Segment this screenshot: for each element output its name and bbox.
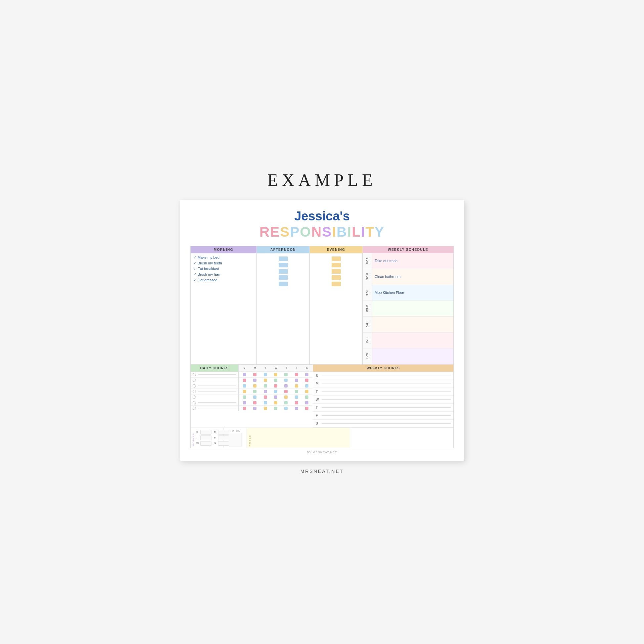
morning-body: ✓ Make my bed ✓ Brush my teeth ✓ Eat bre… [191, 253, 256, 284]
dot-1-3 [264, 373, 267, 376]
afternoon-line-5 [279, 282, 288, 286]
total-box [229, 433, 242, 446]
afternoon-line-4 [279, 275, 288, 280]
responsibility-title: RESPONSIBILITY [190, 224, 454, 240]
morning-item-4: ✓ Brush my hair [192, 272, 255, 277]
pts-label-w: W [196, 442, 199, 445]
afternoon-header: AFTERNOON [257, 246, 309, 253]
chore-dots-1 [239, 372, 313, 377]
day-content-mon: Clean bathroom [372, 269, 453, 285]
chore-line-2 [198, 380, 236, 380]
weekly-chore-day-s: S [316, 374, 320, 378]
chore-row-2-label [191, 377, 239, 383]
weekly-schedule-header: WEEKLY SCHEDULE [363, 246, 453, 253]
chore-dots-7 [239, 405, 313, 411]
dot-4-3 [264, 390, 267, 393]
day-col-m: M [254, 366, 256, 369]
dot-2-2 [253, 379, 256, 382]
dot-4-1 [243, 390, 246, 393]
weekly-day-fri: FRI [363, 333, 453, 348]
pts-label-s: S [196, 431, 199, 434]
evening-line-3 [332, 269, 341, 274]
dot-2-6 [295, 379, 298, 382]
dot-7-5 [284, 407, 288, 410]
day-content-tue: Mop Kitchen Floor [372, 285, 453, 300]
morning-section: MORNING ✓ Make my bed ✓ Brush my teeth ✓… [191, 246, 257, 364]
top-section: MORNING ✓ Make my bed ✓ Brush my teeth ✓… [190, 246, 454, 365]
dot-1-1 [243, 373, 246, 376]
dot-7-6 [295, 407, 298, 410]
bottom-footer: MRSNEAT.NET [300, 469, 344, 474]
day-col-s2: S [306, 366, 308, 369]
chore-circle-4 [193, 390, 196, 393]
day-label-sun: SUN [363, 253, 372, 269]
daily-chores-header: DAILY CHORES [191, 365, 239, 372]
pts-label-f: F [214, 436, 217, 439]
weekly-day-sat: SAT [363, 348, 453, 364]
pts-box-t1 [200, 436, 211, 440]
dot-3-3 [264, 384, 267, 388]
dot-2-5 [284, 379, 288, 382]
day-col-f: F [296, 366, 298, 369]
day-label-fri: FRI [363, 333, 372, 348]
pts-label-s2: S [214, 442, 217, 445]
dot-2-7 [305, 379, 308, 382]
dot-5-2 [253, 395, 256, 399]
morning-item-1: ✓ Make my bed [192, 255, 255, 260]
dot-5-5 [284, 395, 288, 399]
chore-line-7 [198, 408, 236, 408]
weekly-chore-day-m: M [316, 382, 320, 386]
check-icon-4: ✓ [193, 272, 196, 277]
weekly-chore-line-m [322, 384, 451, 384]
dot-3-1 [243, 384, 246, 388]
dot-4-4 [274, 390, 277, 393]
dot-6-2 [253, 401, 256, 404]
weekly-chore-line-f [322, 415, 451, 416]
afternoon-line-1 [279, 256, 288, 261]
dot-5-1 [243, 395, 246, 399]
dot-3-7 [305, 384, 308, 388]
day-label-tue: TUE [363, 285, 372, 300]
chore-circle-5 [193, 395, 196, 399]
main-card: Jessica's RESPONSIBILITY MORNING ✓ Make … [180, 200, 464, 461]
page-title: EXAMPLE [267, 170, 377, 190]
weekly-chore-day-s2: S [316, 422, 320, 425]
day-content-fri [372, 333, 453, 348]
chore-row-7-label [191, 405, 239, 411]
name-title: Jessica's [190, 209, 454, 223]
total-block: TOTAL [224, 428, 247, 448]
weekly-chore-line-t2 [322, 407, 451, 408]
chore-circle-7 [193, 407, 196, 410]
weekly-day-tue: TUE Mop Kitchen Floor [363, 285, 453, 301]
weekly-chores-block: WEEKLY CHORES S M T W [313, 365, 453, 428]
pts-box-s [200, 430, 211, 435]
dot-2-4 [274, 379, 277, 382]
dot-6-4 [274, 401, 277, 404]
dot-1-4 [274, 373, 277, 376]
day-content-sat [372, 348, 453, 364]
weekly-chore-row-m: M [313, 380, 453, 388]
chore-row-3-label [191, 383, 239, 389]
chore-dots-6 [239, 400, 313, 405]
morning-item-5: ✓ Get dressed [192, 277, 255, 283]
afternoon-line-3 [279, 269, 288, 274]
points-label: POINTS [192, 430, 195, 446]
dot-5-3 [264, 395, 267, 399]
dot-7-1 [243, 407, 246, 410]
weekly-schedule-body: SUN Take out trash MON Clean bathroom TU… [363, 253, 453, 364]
afternoon-body [257, 253, 309, 289]
dot-4-7 [305, 390, 308, 393]
morning-item-2: ✓ Brush my teeth [192, 260, 255, 266]
notes-content [253, 429, 348, 446]
day-content-wed [372, 301, 453, 316]
evening-section: EVENING [310, 246, 363, 364]
weekly-chore-day-f: F [316, 414, 320, 417]
chore-circle-3 [193, 384, 196, 388]
chore-dots-2 [239, 377, 313, 383]
weekly-chore-row-w: W [313, 396, 453, 404]
weekly-day-wed: WED [363, 301, 453, 317]
weekly-chore-row-s: S [313, 372, 453, 380]
smtwtfs-header: S M T W T F S [239, 365, 313, 372]
dot-4-2 [253, 390, 256, 393]
dot-1-6 [295, 373, 298, 376]
